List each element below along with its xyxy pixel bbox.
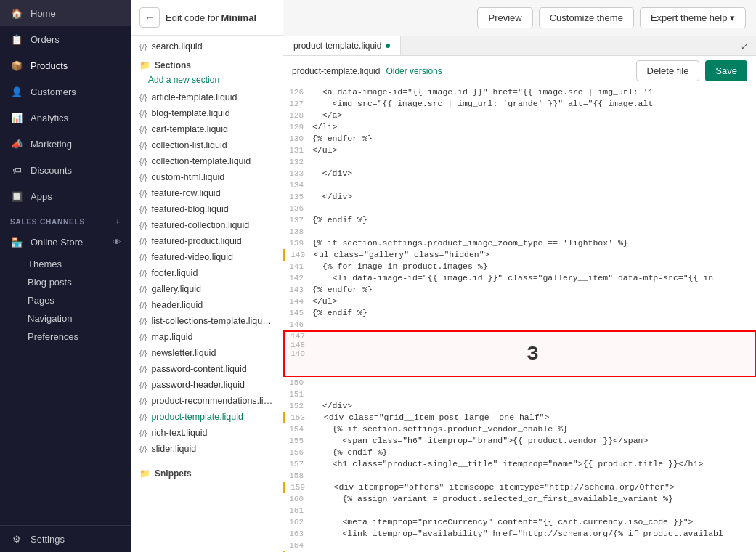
liquid-file-icon: {/} <box>139 381 147 389</box>
sidebar-subitem-themes[interactable]: Themes <box>0 255 131 273</box>
products-icon: 📦 <box>10 59 23 72</box>
code-line: 158 <box>283 470 756 482</box>
liquid-file-icon: {/} <box>139 221 147 230</box>
file-tree-panel: ← Edit code for Minimal {/} search.liqui… <box>131 0 283 552</box>
save-button[interactable]: Save <box>705 60 747 81</box>
sidebar-item-settings[interactable]: ⚙ Settings <box>0 526 131 552</box>
liquid-icon: {/} <box>139 42 147 51</box>
liquid-file-icon: {/} <box>139 317 147 325</box>
settings-icon: ⚙ <box>10 532 23 545</box>
add-sales-channel-icon[interactable]: + <box>115 218 121 226</box>
sidebar-item-marketing[interactable]: 📣Marketing <box>0 131 131 157</box>
file-item-password-header-liquid[interactable]: {/}password-header.liquid <box>131 377 283 393</box>
code-line: 143{% endfor %} <box>283 284 756 296</box>
liquid-file-icon: {/} <box>139 253 147 261</box>
file-item-product-template-liquid[interactable]: {/}product-template.liquid <box>131 409 283 425</box>
code-line: 130{% endfor %} <box>283 133 756 145</box>
liquid-file-icon: {/} <box>139 109 147 118</box>
snippets-header: 📁 Snippets <box>131 463 283 482</box>
customize-theme-button[interactable]: Customize theme <box>539 7 634 28</box>
file-item-slider-liquid[interactable]: {/}slider.liquid <box>131 441 283 457</box>
code-line: 140<ul class="gallery" class="hidden"> <box>283 249 756 261</box>
older-versions-link[interactable]: Older versions <box>386 66 442 76</box>
code-line: 132 <box>283 156 756 168</box>
sales-channels-label: SALES CHANNELS + <box>0 209 131 229</box>
liquid-file-icon: {/} <box>139 365 147 373</box>
code-line: 142 <li data-image-id="{{ image.id }}" c… <box>283 272 756 284</box>
file-item-footer-liquid[interactable]: {/}footer.liquid <box>131 265 283 281</box>
file-item-featured-blog-liquid[interactable]: {/}featured-blog.liquid <box>131 201 283 217</box>
file-item-collection-template-liquid[interactable]: {/}collection-template.liquid <box>131 153 283 169</box>
code-line: 128 </a> <box>283 110 756 121</box>
liquid-file-icon: {/} <box>139 397 147 405</box>
sidebar-item-home[interactable]: 🏠Home <box>0 0 131 26</box>
file-item-featured-video-liquid[interactable]: {/}featured-video.liquid <box>131 249 283 265</box>
code-line: 159 <div itemprop="offers" itemscope ite… <box>283 482 756 493</box>
sidebar-item-online-store[interactable]: 🏪 Online Store 👁 <box>0 229 131 255</box>
code-line: 126 <a data-image-id="{{ image.id }}" hr… <box>283 86 756 98</box>
back-button[interactable]: ← <box>139 7 160 28</box>
file-item-featured-collection-liquid[interactable]: {/}featured-collection.liquid <box>131 217 283 233</box>
editor-filename: product-template.liquid <box>292 66 380 76</box>
file-item-feature-row-liquid[interactable]: {/}feature-row.liquid <box>131 185 283 201</box>
code-line: 146 <box>283 319 756 330</box>
file-item-featured-product-liquid[interactable]: {/}featured-product.liquid <box>131 233 283 249</box>
folder-icon: 📁 <box>139 60 150 70</box>
sidebar-subitem-preferences[interactable]: Preferences <box>0 328 131 346</box>
file-item-search[interactable]: {/} search.liquid <box>131 38 283 54</box>
liquid-file-icon: {/} <box>139 189 147 198</box>
sidebar-item-discounts[interactable]: 🏷Discounts <box>0 157 131 183</box>
file-item-blog-template-liquid[interactable]: {/}blog-template.liquid <box>131 105 283 121</box>
file-item-collection-list-liquid[interactable]: {/}collection-list.liquid <box>131 137 283 153</box>
snippets-folder-icon: 📁 <box>139 468 150 479</box>
highlight-box: 1471481493 <box>283 330 756 377</box>
tab-modified-dot <box>386 44 390 48</box>
code-line: 156 {% endif %} <box>283 447 756 458</box>
left-sidebar: 🏠Home📋Orders📦Products👤Customers📊Analytic… <box>0 0 131 552</box>
sidebar-subitem-blog-posts[interactable]: Blog posts <box>0 273 131 291</box>
code-line: 138 <box>283 226 756 238</box>
code-line: 141 {% for image in product.images %} <box>283 261 756 272</box>
file-item-rich-text-liquid[interactable]: {/}rich-text.liquid <box>131 425 283 441</box>
file-item-password-content-liquid[interactable]: {/}password-content.liquid <box>131 361 283 377</box>
file-item-gallery-liquid[interactable]: {/}gallery.liquid <box>131 281 283 297</box>
file-item-header-liquid[interactable]: {/}header.liquid <box>131 297 283 313</box>
sidebar-item-orders[interactable]: 📋Orders <box>0 26 131 52</box>
code-line: 153 <div class="grid__item post-large--o… <box>283 412 756 423</box>
sidebar-item-customers[interactable]: 👤Customers <box>0 78 131 105</box>
active-tab[interactable]: product-template.liquid <box>283 36 401 55</box>
tab-expand-button[interactable]: ⤢ <box>733 38 756 54</box>
discounts-icon: 🏷 <box>10 163 23 176</box>
editor-actions: Delete file Save <box>636 60 747 81</box>
preview-button[interactable]: Preview <box>477 7 532 28</box>
file-item-newsletter-liquid[interactable]: {/}newsletter.liquid <box>131 345 283 361</box>
liquid-file-icon: {/} <box>139 301 147 309</box>
sidebar-item-apps[interactable]: 🔲Apps <box>0 183 131 209</box>
code-line: 162 <meta itemprop="priceCurrency" conte… <box>283 516 756 528</box>
sidebar-subitem-navigation[interactable]: Navigation <box>0 309 131 328</box>
delete-file-button[interactable]: Delete file <box>636 60 700 81</box>
expert-help-button[interactable]: Expert theme help ▾ <box>640 7 746 28</box>
sidebar-item-analytics[interactable]: 📊Analytics <box>0 105 131 131</box>
code-editor[interactable]: 126 <a data-image-id="{{ image.id }}" hr… <box>283 86 756 552</box>
sidebar-subitem-pages[interactable]: Pages <box>0 291 131 309</box>
file-item-list-collections-template-liqu…[interactable]: {/}list-collections-template.liqu… <box>131 313 283 329</box>
code-line: 157 <h1 class="product-single__title" it… <box>283 458 756 470</box>
file-item-product-recommendations-li…[interactable]: {/}product-recommendations.li… <box>131 393 283 409</box>
code-line: 137{% endif %} <box>283 214 756 226</box>
liquid-file-icon: {/} <box>139 173 147 182</box>
code-line: 139{% if section.settings.product_image_… <box>283 238 756 249</box>
file-item-article-template-liquid[interactable]: {/}article-template.liquid <box>131 89 283 105</box>
file-item-cart-template-liquid[interactable]: {/}cart-template.liquid <box>131 121 283 137</box>
file-item-map-liquid[interactable]: {/}map.liquid <box>131 329 283 345</box>
liquid-file-icon: {/} <box>139 141 147 150</box>
sidebar-item-products[interactable]: 📦Products <box>0 52 131 78</box>
code-line: 129</li> <box>283 121 756 133</box>
liquid-file-icon: {/} <box>139 125 147 134</box>
file-tree-body[interactable]: {/} search.liquid 📁 Sections Add a new s… <box>131 36 283 552</box>
code-line: 131</ul> <box>283 145 756 156</box>
file-item-custom-html-liquid[interactable]: {/}custom-html.liquid <box>131 169 283 185</box>
add-section-link[interactable]: Add a new section <box>131 73 283 89</box>
subbar-left: product-template.liquid Older versions <box>292 66 442 76</box>
eye-icon[interactable]: 👁 <box>113 238 121 246</box>
